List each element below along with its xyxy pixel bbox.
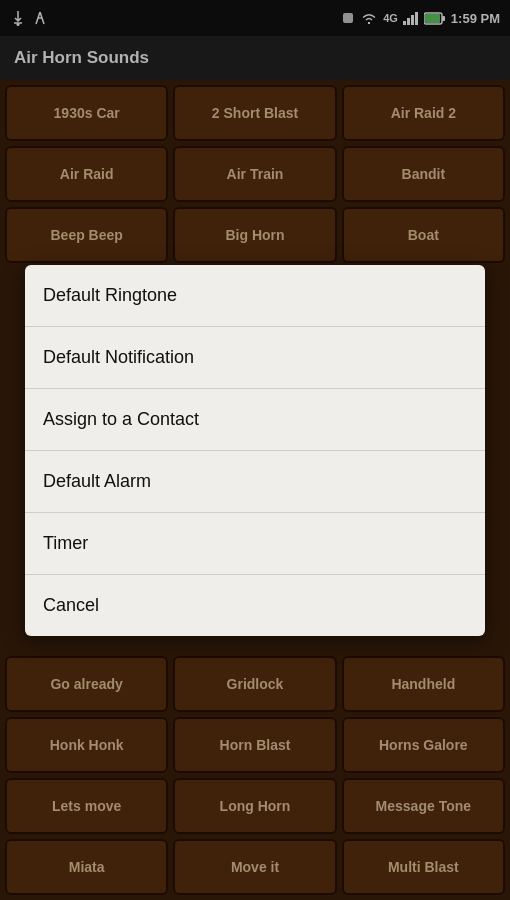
menu-item-assign-contact[interactable]: Assign to a Contact (25, 389, 485, 451)
menu-item-timer[interactable]: Timer (25, 513, 485, 575)
menu-item-cancel[interactable]: Cancel (25, 575, 485, 636)
context-menu: Default Ringtone Default Notification As… (25, 265, 485, 636)
context-menu-overlay[interactable]: Default Ringtone Default Notification As… (0, 0, 510, 900)
menu-item-default-notification[interactable]: Default Notification (25, 327, 485, 389)
menu-item-default-alarm[interactable]: Default Alarm (25, 451, 485, 513)
menu-item-default-ringtone[interactable]: Default Ringtone (25, 265, 485, 327)
